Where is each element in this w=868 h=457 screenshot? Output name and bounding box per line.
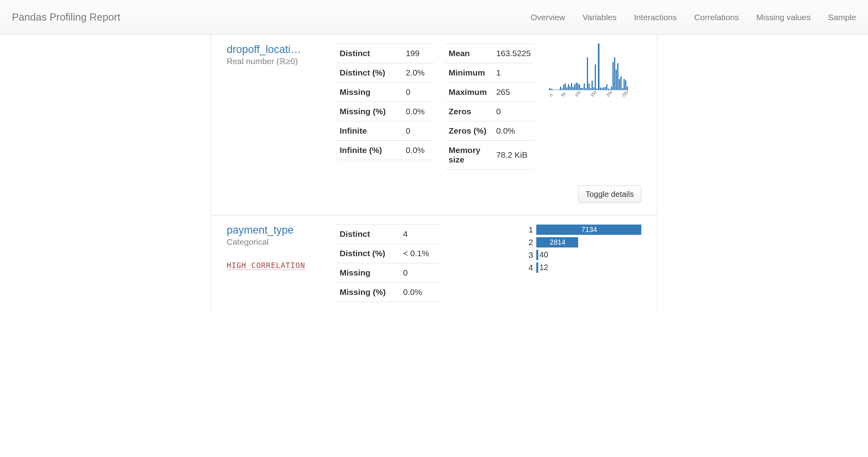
histogram-bar bbox=[592, 81, 593, 90]
stat-value: 0 bbox=[402, 121, 434, 141]
stat-label: Mean bbox=[445, 44, 493, 63]
stat-value: 4 bbox=[400, 225, 439, 244]
histogram-bar bbox=[590, 88, 591, 90]
histogram-bar bbox=[603, 87, 604, 90]
stat-label: Missing (%) bbox=[336, 102, 402, 121]
histogram-bar bbox=[571, 83, 572, 90]
top-navbar: Pandas Profiling Report Overview Variabl… bbox=[0, 0, 868, 35]
histogram-bar bbox=[563, 85, 564, 90]
stat-row: Missing (%)0.0% bbox=[336, 283, 439, 302]
stats-table-left: Distinct199Distinct (%)2.0%Missing0Missi… bbox=[336, 43, 434, 160]
histogram-bar bbox=[558, 89, 560, 90]
histogram-bar bbox=[565, 83, 566, 90]
freq-label: 1 bbox=[523, 225, 533, 234]
histogram-bar bbox=[584, 83, 585, 90]
stat-value: 0.0% bbox=[493, 121, 534, 141]
histogram-bar bbox=[622, 88, 623, 90]
nav-link-missing-values[interactable]: Missing values bbox=[756, 13, 811, 22]
histogram-tick: 50 bbox=[560, 91, 567, 98]
stat-value: 0 bbox=[402, 83, 434, 102]
stat-value: 265 bbox=[493, 83, 534, 102]
freq-label: 3 bbox=[523, 250, 533, 260]
stat-label: Distinct bbox=[336, 44, 402, 63]
stat-label: Missing (%) bbox=[336, 283, 400, 302]
histogram-bar bbox=[616, 70, 617, 90]
nav-link-variables[interactable]: Variables bbox=[582, 13, 616, 22]
histogram-bar bbox=[557, 90, 558, 90]
histogram-bar bbox=[619, 79, 620, 90]
freq-row: 340 bbox=[523, 249, 641, 261]
stat-value: 0.0% bbox=[402, 102, 434, 121]
histogram-tick: 200 bbox=[605, 90, 613, 98]
toggle-details-button[interactable]: Toggle details bbox=[578, 185, 641, 203]
variable-name[interactable]: dropoff_locati… bbox=[227, 43, 325, 56]
histogram-bar bbox=[601, 88, 603, 90]
histogram-bar bbox=[598, 43, 599, 90]
variable-name[interactable]: payment_type bbox=[227, 224, 325, 236]
stat-row: Mean163.5225 bbox=[445, 44, 534, 63]
variable-type: Categorical bbox=[227, 237, 325, 247]
stat-value: 1 bbox=[493, 63, 534, 83]
freq-row: 17134 bbox=[523, 224, 641, 235]
stat-row: Missing0 bbox=[336, 263, 439, 283]
frequency-bars: 1713422814340412 bbox=[523, 224, 641, 275]
stat-label: Infinite (%) bbox=[336, 141, 402, 160]
stat-row: Zeros (%)0.0% bbox=[445, 121, 534, 141]
histogram-bar bbox=[568, 84, 569, 90]
histogram-bar bbox=[624, 79, 625, 90]
freq-count: 12 bbox=[539, 263, 548, 272]
warning-badge-high-correlation[interactable]: HIGH CORRELATION bbox=[227, 261, 305, 270]
histogram-bar bbox=[582, 88, 583, 90]
histogram-bar bbox=[595, 64, 596, 90]
histogram-bar bbox=[627, 87, 628, 90]
variable-section-payment-type: payment_type Categorical HIGH CORRELATIO… bbox=[211, 215, 657, 314]
histogram-tick: 250 bbox=[621, 90, 629, 98]
stats-table-right: Mean163.5225Minimum1Maximum265Zeros0Zero… bbox=[445, 43, 534, 170]
histogram-tick: 100 bbox=[574, 90, 582, 98]
nav-link-interactions[interactable]: Interactions bbox=[634, 13, 677, 22]
stat-row: Minimum1 bbox=[445, 63, 534, 83]
stat-value: 163.5225 bbox=[493, 44, 534, 63]
stat-label: Zeros bbox=[445, 102, 493, 121]
freq-label: 4 bbox=[523, 263, 533, 272]
freq-bar-track: 7134 bbox=[536, 225, 641, 235]
histogram-bar bbox=[605, 87, 606, 90]
nav-link-sample[interactable]: Sample bbox=[828, 13, 856, 22]
stat-label: Missing bbox=[336, 83, 402, 102]
stat-value: 2.0% bbox=[402, 63, 434, 83]
histogram-bar bbox=[576, 83, 577, 90]
histogram-bar bbox=[574, 84, 575, 90]
histogram-bar bbox=[566, 87, 567, 90]
stat-row: Memory size78.2 KiB bbox=[445, 141, 534, 170]
stat-value: 0.0% bbox=[400, 283, 439, 302]
freq-row: 22814 bbox=[523, 237, 641, 248]
histogram-bar bbox=[588, 83, 590, 90]
histogram-bar bbox=[625, 80, 626, 90]
histogram-tick: 0 bbox=[549, 93, 554, 98]
freq-bar: 2814 bbox=[537, 237, 578, 247]
stat-row: Missing (%)0.0% bbox=[336, 102, 434, 121]
freq-bar-track: 40 bbox=[536, 250, 641, 260]
stat-value: < 0.1% bbox=[400, 244, 439, 263]
freq-bar bbox=[537, 250, 538, 260]
histogram-bar bbox=[611, 87, 612, 90]
stat-label: Distinct (%) bbox=[336, 63, 402, 83]
histogram-bar bbox=[573, 87, 574, 90]
nav-link-overview[interactable]: Overview bbox=[531, 13, 566, 22]
histogram-bar bbox=[549, 88, 550, 90]
nav-link-correlations[interactable]: Correlations bbox=[694, 13, 739, 22]
histogram-bar bbox=[587, 57, 588, 90]
stat-label: Minimum bbox=[445, 63, 493, 83]
content-panel: dropoff_locati… Real number (ℝ≥0) Distin… bbox=[210, 35, 658, 314]
histogram-bar bbox=[550, 89, 552, 90]
stat-row: Distinct4 bbox=[336, 225, 439, 244]
stats-table: Distinct4Distinct (%)< 0.1%Missing0Missi… bbox=[336, 224, 439, 302]
histogram-bar bbox=[560, 87, 561, 90]
histogram-bar bbox=[585, 88, 586, 90]
histogram-bar bbox=[600, 87, 601, 90]
stat-row: Maximum265 bbox=[445, 83, 534, 102]
stat-label: Infinite bbox=[336, 121, 402, 141]
freq-bar-track: 2814 bbox=[536, 237, 641, 247]
stat-label: Maximum bbox=[445, 83, 493, 102]
variable-section-dropoff-location: dropoff_locati… Real number (ℝ≥0) Distin… bbox=[211, 35, 657, 215]
